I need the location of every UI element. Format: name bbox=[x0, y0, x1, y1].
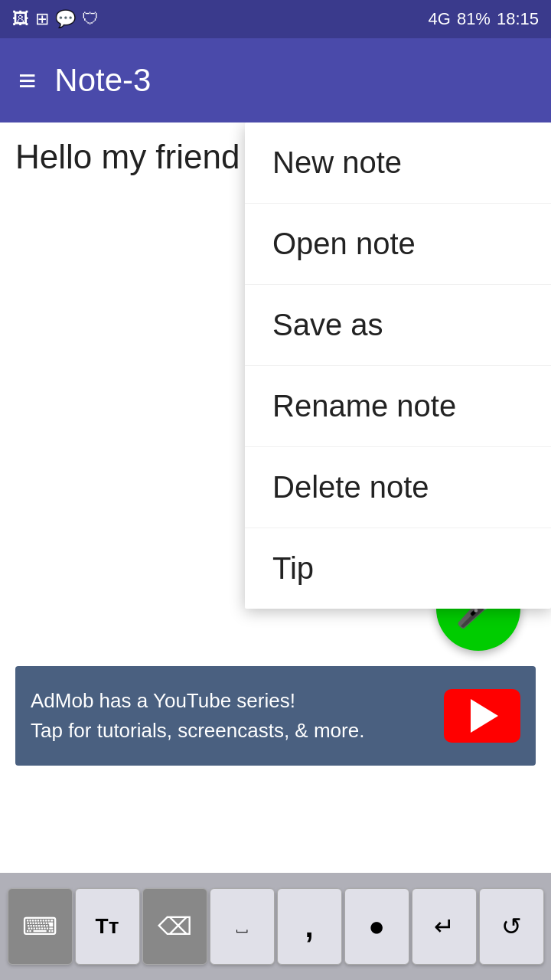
sim-icon: ⊞ bbox=[35, 9, 49, 29]
comma-button[interactable]: , bbox=[277, 888, 342, 965]
message-icon: 💬 bbox=[55, 9, 76, 29]
menu-item-tip[interactable]: Tip bbox=[245, 528, 551, 609]
font-size-icon: Tт bbox=[96, 914, 119, 939]
shield-icon: 🛡 bbox=[82, 9, 99, 29]
menu-item-new-note[interactable]: New note bbox=[245, 122, 551, 204]
image-icon: 🖼 bbox=[12, 9, 29, 29]
app-toolbar: ≡ Note-3 bbox=[0, 38, 551, 122]
font-size-button[interactable]: Tт bbox=[75, 888, 140, 965]
keyboard-toolbar: ⌨ Tт ⌫ ⎵ , ● ↵ ↺ bbox=[0, 873, 551, 980]
battery-indicator: 81% bbox=[457, 9, 491, 29]
comma-icon: , bbox=[305, 910, 313, 944]
enter-icon: ↵ bbox=[434, 912, 455, 941]
bullet-button[interactable]: ● bbox=[344, 888, 409, 965]
backspace-icon: ⌫ bbox=[158, 912, 192, 941]
app-title: Note-3 bbox=[54, 62, 151, 99]
keyboard-icon: ⌨ bbox=[22, 912, 57, 941]
keyboard-toggle-button[interactable]: ⌨ bbox=[8, 888, 73, 965]
menu-item-open-note[interactable]: Open note bbox=[245, 204, 551, 285]
space-icon: ⎵ bbox=[236, 916, 247, 937]
space-button[interactable]: ⎵ bbox=[210, 888, 275, 965]
signal-indicator: 4G bbox=[429, 9, 451, 29]
dropdown-menu: New note Open note Save as Rename note D… bbox=[245, 122, 551, 609]
enter-button[interactable]: ↵ bbox=[412, 888, 477, 965]
main-content: Hello my friend w New note Open note Sav… bbox=[0, 122, 551, 873]
menu-item-rename-note[interactable]: Rename note bbox=[245, 366, 551, 447]
undo-icon: ↺ bbox=[501, 912, 522, 941]
menu-item-delete-note[interactable]: Delete note bbox=[245, 447, 551, 528]
status-bar: 🖼 ⊞ 💬 🛡 4G 81% 18:15 bbox=[0, 0, 551, 38]
status-icons: 🖼 ⊞ 💬 🛡 bbox=[12, 9, 99, 29]
backspace-button[interactable]: ⌫ bbox=[142, 888, 207, 965]
status-right: 4G 81% 18:15 bbox=[429, 9, 539, 29]
time-display: 18:15 bbox=[497, 9, 539, 29]
bullet-icon: ● bbox=[368, 910, 385, 942]
undo-button[interactable]: ↺ bbox=[479, 888, 544, 965]
menu-item-save-as[interactable]: Save as bbox=[245, 285, 551, 366]
hamburger-menu-button[interactable]: ≡ bbox=[18, 65, 36, 96]
